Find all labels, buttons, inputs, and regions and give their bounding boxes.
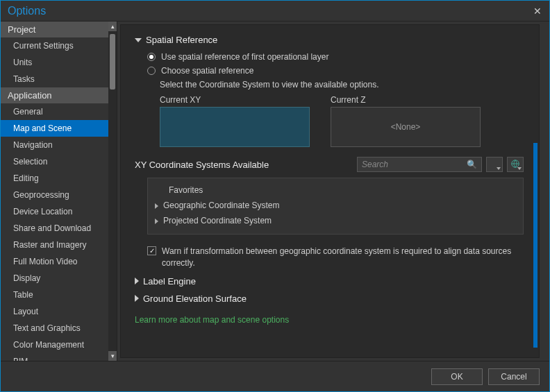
section-title: Ground Elevation Surface (143, 293, 247, 304)
sidebar-item-tasks[interactable]: Tasks (1, 71, 108, 87)
sidebar-item-full-motion-video[interactable]: Full Motion Video (1, 253, 108, 270)
caret-right-icon (135, 278, 139, 284)
current-xy-box[interactable] (160, 107, 310, 147)
sidebar-item-table[interactable]: Table (1, 287, 108, 303)
close-icon[interactable]: ✕ (531, 6, 544, 17)
radio-icon (147, 53, 156, 61)
radio-label: Use spatial reference of first operation… (161, 52, 328, 62)
sidebar: ProjectCurrent SettingsUnitsTasksApplica… (1, 22, 117, 361)
sidebar-item-map-and-scene[interactable]: Map and Scene (1, 120, 108, 137)
sidebar-item-geoprocessing[interactable]: Geoprocessing (1, 187, 108, 203)
cancel-button[interactable]: Cancel (488, 368, 540, 385)
chevron-down-icon (497, 167, 501, 170)
search-icon: 🔍 (467, 160, 477, 169)
chevron-down-icon (517, 167, 522, 170)
search-placeholder: Search (362, 160, 467, 169)
section-title: Spatial Reference (146, 35, 217, 45)
main-scrollbar[interactable] (532, 25, 539, 357)
sidebar-scrollbar[interactable]: ▴ ▾ (108, 22, 117, 361)
current-z-value: <None> (391, 122, 421, 132)
sidebar-item-current-settings[interactable]: Current Settings (1, 37, 108, 54)
available-systems-row: XY Coordinate Systems Available Search 🔍 (135, 157, 524, 172)
available-systems-label: XY Coordinate Systems Available (135, 160, 353, 170)
options-dialog: Options ✕ ProjectCurrent SettingsUnitsTa… (0, 0, 550, 392)
scroll-thumb[interactable] (110, 34, 115, 90)
button-bar: OK Cancel (1, 361, 549, 391)
ok-button[interactable]: OK (431, 368, 483, 385)
main-content: Spatial Reference Use spatial reference … (120, 24, 540, 358)
sidebar-item-units[interactable]: Units (1, 54, 108, 71)
section-spatial-reference[interactable]: Spatial Reference (135, 35, 524, 45)
tree-gcs[interactable]: Geographic Coordinate System (155, 198, 516, 213)
radio-icon (147, 67, 156, 75)
tree-favorites[interactable]: Favorites (155, 182, 516, 198)
sidebar-item-navigation[interactable]: Navigation (1, 137, 108, 153)
sidebar-item-color-management[interactable]: Color Management (1, 336, 108, 353)
filter-button[interactable] (486, 157, 503, 172)
current-z-box[interactable]: <None> (331, 107, 481, 147)
current-coord-row: Current XY Current Z <None> (160, 95, 524, 147)
sidebar-group-header[interactable]: Application (1, 87, 108, 103)
scroll-thumb[interactable] (533, 143, 538, 348)
globe-button[interactable] (507, 157, 524, 172)
radio-use-first-layer[interactable]: Use spatial reference of first operation… (147, 52, 524, 62)
search-input[interactable]: Search 🔍 (357, 157, 482, 172)
helper-text: Select the Coordinate System to view the… (160, 80, 524, 90)
radio-label: Choose spatial reference (161, 66, 253, 76)
checkbox-icon: ✓ (147, 246, 156, 255)
section-label-engine[interactable]: Label Engine (135, 276, 524, 287)
sidebar-item-share-and-download[interactable]: Share and Download (1, 220, 108, 237)
current-xy-column: Current XY (160, 95, 310, 147)
titlebar: Options ✕ (1, 1, 549, 22)
scroll-down-icon[interactable]: ▾ (108, 351, 117, 361)
sidebar-item-editing[interactable]: Editing (1, 170, 108, 187)
section-ground-elevation[interactable]: Ground Elevation Surface (135, 293, 524, 304)
radio-choose-spatial-ref[interactable]: Choose spatial reference (147, 66, 524, 76)
sidebar-item-bim[interactable]: BIM (1, 353, 108, 361)
sidebar-group-header[interactable]: Project (1, 22, 108, 37)
learn-more-link[interactable]: Learn more about map and scene options (135, 315, 289, 325)
sidebar-item-display[interactable]: Display (1, 270, 108, 287)
caret-down-icon (135, 38, 142, 42)
scroll-up-icon[interactable]: ▴ (108, 22, 117, 31)
current-xy-label: Current XY (160, 95, 310, 105)
sidebar-item-selection[interactable]: Selection (1, 153, 108, 170)
dialog-title: Options (8, 5, 46, 17)
current-z-label: Current Z (331, 95, 481, 105)
warn-checkbox-row[interactable]: ✓ Warn if transformation between geograp… (147, 246, 524, 269)
sidebar-item-device-location[interactable]: Device Location (1, 203, 108, 220)
main-panel: Spatial Reference Use spatial reference … (117, 22, 549, 361)
warn-label: Warn if transformation between geographi… (162, 246, 524, 269)
coord-systems-tree[interactable]: Favorites Geographic Coordinate System P… (147, 178, 524, 235)
sidebar-item-layout[interactable]: Layout (1, 303, 108, 320)
sidebar-item-general[interactable]: General (1, 103, 108, 120)
current-z-column: Current Z <None> (331, 95, 481, 147)
section-title: Label Engine (143, 276, 196, 287)
sidebar-item-text-and-graphics[interactable]: Text and Graphics (1, 320, 108, 336)
sidebar-item-raster-and-imagery[interactable]: Raster and Imagery (1, 237, 108, 253)
caret-right-icon (135, 295, 139, 302)
dialog-body: ProjectCurrent SettingsUnitsTasksApplica… (1, 22, 549, 361)
tree-pcs[interactable]: Projected Coordinate System (155, 213, 516, 228)
